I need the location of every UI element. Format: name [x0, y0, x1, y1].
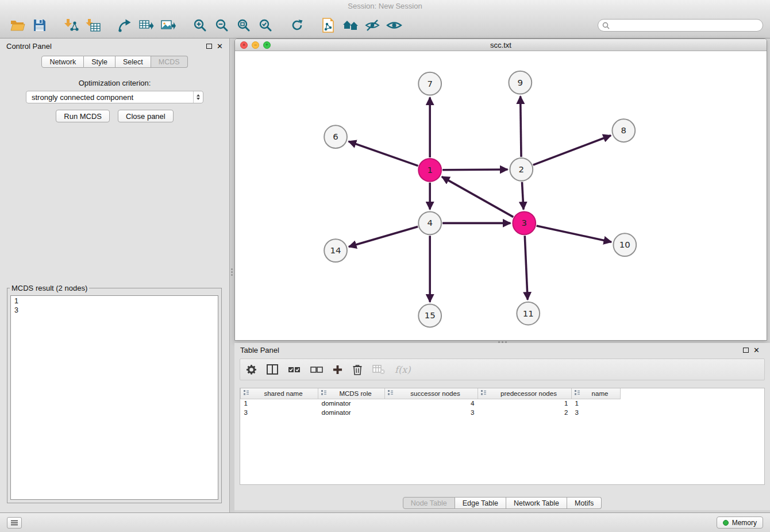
- graph-node-1[interactable]: 1: [418, 159, 441, 182]
- column-header-successor-nodes[interactable]: successor nodes: [385, 388, 478, 399]
- app-titlebar[interactable]: Session: New Session: [0, 0, 770, 13]
- close-table-panel-icon[interactable]: ✕: [753, 346, 760, 354]
- table-row[interactable]: 1dominator411: [241, 399, 621, 408]
- window-minimize-button[interactable]: [252, 41, 259, 49]
- edge-4-14[interactable]: [349, 226, 418, 246]
- tab-network[interactable]: Network: [41, 56, 84, 68]
- control-panel-title: Control Panel: [6, 42, 52, 51]
- tab-mcds[interactable]: MCDS: [151, 56, 188, 68]
- table-cell[interactable]: 3: [385, 408, 478, 417]
- graph-node-6[interactable]: 6: [324, 125, 347, 148]
- show-hide-panels-button[interactable]: [7, 517, 22, 529]
- vertical-splitter[interactable]: [230, 38, 234, 512]
- show-column-panel-button[interactable]: [267, 361, 278, 378]
- zoom-in-button[interactable]: [189, 14, 211, 36]
- import-network-button[interactable]: [60, 14, 82, 36]
- criterion-select[interactable]: strongly connected component: [26, 91, 203, 103]
- edge-2-8[interactable]: [533, 136, 611, 165]
- delete-table-button[interactable]: [372, 361, 385, 378]
- edge-1-2[interactable]: [442, 169, 507, 170]
- run-mcds-button[interactable]: Run MCDS: [56, 110, 110, 122]
- table-tab-network-table[interactable]: Network Table: [506, 497, 567, 509]
- table-tab-node-table[interactable]: Node Table: [403, 497, 455, 509]
- import-table-button[interactable]: [82, 14, 104, 36]
- refresh-view-button[interactable]: [286, 14, 308, 36]
- network-canvas[interactable]: 7968124314101511: [235, 51, 767, 340]
- edge-3-11[interactable]: [525, 236, 528, 299]
- graph-node-14[interactable]: 14: [324, 239, 347, 262]
- column-header-name[interactable]: name: [572, 388, 621, 399]
- graph-node-15[interactable]: 15: [418, 304, 441, 327]
- zoom-out-button[interactable]: [211, 14, 233, 36]
- edge-3-1[interactable]: [442, 177, 513, 217]
- graph-node-4[interactable]: 4: [418, 211, 441, 234]
- network-window-title: scc.txt: [490, 41, 511, 49]
- deselect-all-rows-button[interactable]: [310, 361, 323, 378]
- edge-2-9[interactable]: [521, 97, 521, 157]
- export-network-button[interactable]: [114, 14, 136, 36]
- column-header-shared-name[interactable]: shared name: [241, 388, 318, 399]
- settings-gear-button[interactable]: [246, 361, 257, 378]
- open-folder-button[interactable]: [7, 14, 29, 36]
- table-row[interactable]: 3dominator323: [241, 408, 621, 417]
- graph-node-7[interactable]: 7: [418, 72, 441, 95]
- show-graphics-details-button[interactable]: [383, 14, 405, 36]
- svg-text:11: 11: [523, 309, 534, 319]
- table-cell[interactable]: dominator: [318, 408, 385, 417]
- vertical-splitter-grip[interactable]: [231, 267, 233, 277]
- svg-text:3: 3: [522, 218, 527, 228]
- column-header-predecessor-nodes[interactable]: predecessor nodes: [478, 388, 572, 399]
- memory-button[interactable]: Memory: [717, 516, 763, 529]
- zoom-selected-icon: [259, 18, 272, 32]
- table-cell[interactable]: 2: [478, 408, 572, 417]
- graph-node-10[interactable]: 10: [613, 233, 636, 256]
- tab-style[interactable]: Style: [84, 56, 116, 68]
- edge-2-3[interactable]: [522, 182, 523, 210]
- float-panel-icon[interactable]: [206, 44, 212, 49]
- table-cell[interactable]: dominator: [318, 399, 385, 408]
- close-panel-icon[interactable]: ✕: [217, 43, 223, 50]
- save-session-button[interactable]: [29, 14, 51, 36]
- export-table-button[interactable]: [136, 14, 157, 36]
- control-panel-tabs: NetworkStyleSelectMCDS: [0, 56, 229, 68]
- table-cell[interactable]: 1: [241, 399, 318, 408]
- graph-node-8[interactable]: 8: [612, 119, 635, 142]
- graph-node-3[interactable]: 3: [513, 211, 536, 234]
- select-all-rows-button[interactable]: [288, 361, 301, 378]
- add-column-button[interactable]: [333, 361, 342, 378]
- network-window-titlebar[interactable]: scc.txt: [235, 39, 767, 51]
- table-cell[interactable]: 1: [478, 399, 572, 408]
- edge-1-6[interactable]: [349, 141, 418, 166]
- node-table-grid: shared nameMCDS rolesuccessor nodesprede…: [240, 388, 621, 417]
- column-header-MCDS-role[interactable]: MCDS role: [318, 388, 385, 399]
- function-builder-button[interactable]: f(x): [395, 361, 410, 378]
- mcds-result-textarea[interactable]: 1 3: [10, 295, 218, 500]
- table-cell[interactable]: 3: [572, 408, 621, 417]
- table-tab-edge-table[interactable]: Edge Table: [455, 497, 506, 509]
- graph-node-9[interactable]: 9: [509, 71, 532, 94]
- zoom-out-icon: [215, 18, 229, 32]
- graph-node-2[interactable]: 2: [510, 158, 533, 181]
- float-table-panel-icon[interactable]: [743, 348, 749, 353]
- tab-select[interactable]: Select: [116, 56, 151, 68]
- export-image-button[interactable]: [157, 14, 179, 36]
- edge-3-10[interactable]: [537, 226, 611, 242]
- zoom-selected-button[interactable]: [255, 14, 276, 36]
- home-views-button[interactable]: [340, 14, 361, 36]
- graph-node-11[interactable]: 11: [517, 302, 540, 325]
- close-panel-button[interactable]: Close panel: [118, 110, 174, 122]
- window-close-button[interactable]: [240, 41, 248, 49]
- table-cell[interactable]: 3: [241, 408, 318, 417]
- window-zoom-button[interactable]: [263, 41, 271, 49]
- zoom-fit-button[interactable]: [233, 14, 255, 36]
- table-tab-motifs[interactable]: Motifs: [567, 497, 602, 509]
- network-from-document-button[interactable]: [318, 14, 340, 36]
- export-network-icon: [118, 18, 132, 32]
- table-cell[interactable]: 4: [385, 399, 478, 408]
- style-preview-button[interactable]: [361, 14, 383, 36]
- delete-column-button[interactable]: [352, 361, 363, 378]
- eye-icon: [386, 20, 402, 31]
- table-cell[interactable]: 1: [572, 399, 621, 408]
- graph-svg[interactable]: 7968124314101511: [235, 51, 767, 340]
- search-input[interactable]: [598, 19, 763, 32]
